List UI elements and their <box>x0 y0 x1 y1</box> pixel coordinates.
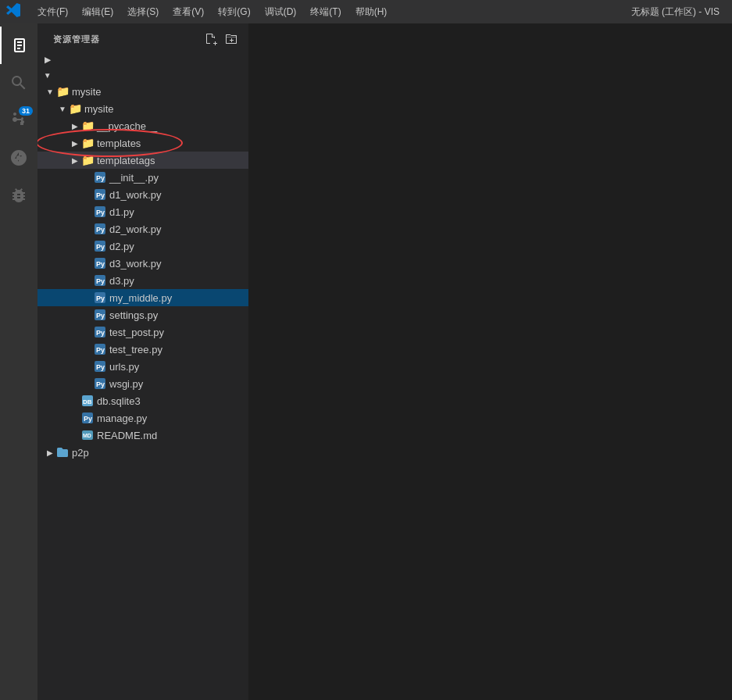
activity-bar: 31 <box>0 23 37 700</box>
tree-item-readme[interactable]: ▶ MD README.md <box>37 427 248 444</box>
tree-item-manage[interactable]: ▶ Py manage.py <box>37 409 248 427</box>
section-workspace[interactable]: ▼ <box>37 67 248 83</box>
tree-item-db[interactable]: ▶ DB db.sqlite3 <box>37 392 248 409</box>
svg-text:Py: Py <box>96 277 105 285</box>
svg-text:Py: Py <box>96 312 105 320</box>
tree-item-p2p[interactable]: ▶ p2p <box>37 444 248 461</box>
tree-item-testpost[interactable]: ▶ Py test_post.py <box>37 323 248 341</box>
tree-item-mymiddle[interactable]: ▶ Py my_middle.py <box>37 289 248 306</box>
tree-item-mysite-root[interactable]: ▼ 📁 mysite <box>37 83 248 100</box>
python-icon-mymiddle: Py <box>94 291 106 304</box>
new-folder-button[interactable] <box>223 31 239 47</box>
svg-text:Py: Py <box>96 346 105 354</box>
tree-item-d2work[interactable]: ▶ Py d2_work.py <box>37 220 248 238</box>
tree-item-d3work[interactable]: ▶ Py d3_work.py <box>37 255 248 272</box>
sidebar-title: 资源管理器 <box>53 34 99 45</box>
tree-item-mysite-sub[interactable]: ▼ 📁 mysite <box>37 100 248 117</box>
testtree-label: test_tree.py <box>109 344 162 355</box>
tree-item-d3[interactable]: ▶ Py d3.py <box>37 272 248 289</box>
menu-bar: 文件(F) 编辑(E) 选择(S) 查看(V) 转到(G) 调试(D) 终端(T… <box>0 0 732 23</box>
templatetags-label: templatetags <box>97 155 155 166</box>
menu-file[interactable]: 文件(F) <box>31 2 74 22</box>
mysite-root-folder-icon: 📁 <box>56 85 69 98</box>
activity-source-control[interactable]: 31 <box>0 102 37 139</box>
tree-item-templatetags[interactable]: ▶ 📁 templatetags <box>37 152 248 169</box>
svg-text:DB: DB <box>83 398 92 405</box>
p2p-folder-icon <box>56 446 69 459</box>
tree-item-templates[interactable]: ▶ 📁 templates <box>37 134 248 152</box>
python-icon-d3work: Py <box>94 257 106 270</box>
sidebar-header-actions <box>203 31 239 47</box>
d1-label: d1.py <box>109 206 134 218</box>
d2work-label: d2_work.py <box>109 223 161 235</box>
templates-label: templates <box>97 138 141 149</box>
menu-view[interactable]: 查看(V) <box>166 2 210 22</box>
svg-text:Py: Py <box>96 363 105 371</box>
svg-text:Py: Py <box>96 209 105 216</box>
menu-edit[interactable]: 编辑(E) <box>76 2 120 22</box>
workspace-chevron: ▼ <box>42 70 53 80</box>
svg-text:Py: Py <box>96 260 105 268</box>
python-icon-d1: Py <box>94 205 106 218</box>
explorer-tree: ▶ ▼ ▼ 📁 mysite ▼ 📁 mysite ▶ <box>37 52 248 700</box>
menu-debug[interactable]: 调试(D) <box>259 2 303 22</box>
tree-item-init[interactable]: ▶ Py __init__.py <box>37 169 248 186</box>
d1work-label: d1_work.py <box>109 189 161 201</box>
mysite-sub-folder-icon: 📁 <box>69 102 81 115</box>
svg-text:Py: Py <box>96 295 105 302</box>
tree-item-settings[interactable]: ▶ Py settings.py <box>37 306 248 323</box>
pycache-label: __pycache__ <box>97 120 157 132</box>
tree-item-pycache[interactable]: ▶ 📁 __pycache__ <box>37 117 248 134</box>
activity-search[interactable] <box>0 64 37 102</box>
p2p-chevron: ▶ <box>44 446 56 459</box>
svg-text:MD: MD <box>83 433 91 438</box>
mysite-sub-chevron: ▼ <box>56 102 69 115</box>
mysite-sub-label: mysite <box>84 103 114 115</box>
python-icon-d1work: Py <box>94 188 106 201</box>
svg-text:Py: Py <box>96 380 105 388</box>
python-icon-d3: Py <box>94 274 106 287</box>
tree-item-urls[interactable]: ▶ Py urls.py <box>37 358 248 375</box>
templates-folder-icon: 📁 <box>81 137 94 149</box>
templates-chevron: ▶ <box>69 137 81 149</box>
menu-terminal[interactable]: 终端(T) <box>304 2 347 22</box>
markdown-icon-readme: MD <box>81 429 94 441</box>
new-file-button[interactable] <box>203 31 219 47</box>
tree-item-wsgi[interactable]: ▶ Py wsgi.py <box>37 375 248 392</box>
urls-label: urls.py <box>109 361 139 373</box>
open-editors-chevron: ▶ <box>42 54 53 65</box>
svg-text:Py: Py <box>96 174 105 182</box>
section-open-editors[interactable]: ▶ <box>37 52 248 67</box>
source-control-badge: 31 <box>19 106 33 116</box>
pycache-folder-icon: 📁 <box>81 120 94 132</box>
vscode-logo <box>6 3 23 20</box>
templatetags-folder-icon: 📁 <box>81 154 94 166</box>
python-icon-urls: Py <box>94 360 106 373</box>
readme-label: README.md <box>97 430 157 441</box>
main-layout: 31 资源管理器 <box>0 23 732 700</box>
svg-text:Py: Py <box>96 226 105 234</box>
python-icon-init: Py <box>94 171 106 184</box>
d2-label: d2.py <box>109 241 134 252</box>
menu-select[interactable]: 选择(S) <box>121 2 165 22</box>
menu-goto[interactable]: 转到(G) <box>212 2 256 22</box>
tree-item-d1[interactable]: ▶ Py d1.py <box>37 203 248 220</box>
tree-item-d1work[interactable]: ▶ Py d1_work.py <box>37 186 248 203</box>
svg-text:Py: Py <box>96 191 105 199</box>
tree-item-d2[interactable]: ▶ Py d2.py <box>37 238 248 255</box>
wsgi-label: wsgi.py <box>109 378 143 390</box>
python-icon-testpost: Py <box>94 326 106 338</box>
sidebar: 资源管理器 ▶ <box>37 23 248 700</box>
svg-text:Py: Py <box>84 415 92 423</box>
python-icon-d2work: Py <box>94 223 106 235</box>
db-icon: DB <box>81 395 94 407</box>
db-label: db.sqlite3 <box>97 395 141 407</box>
menu-help[interactable]: 帮助(H) <box>349 2 394 22</box>
activity-extensions[interactable] <box>0 139 37 177</box>
activity-debug[interactable] <box>0 177 37 214</box>
tree-item-testtree[interactable]: ▶ Py test_tree.py <box>37 341 248 358</box>
mysite-root-label: mysite <box>72 86 102 98</box>
pycache-chevron: ▶ <box>69 120 81 132</box>
svg-text:Py: Py <box>96 329 105 337</box>
activity-files[interactable] <box>0 27 37 64</box>
